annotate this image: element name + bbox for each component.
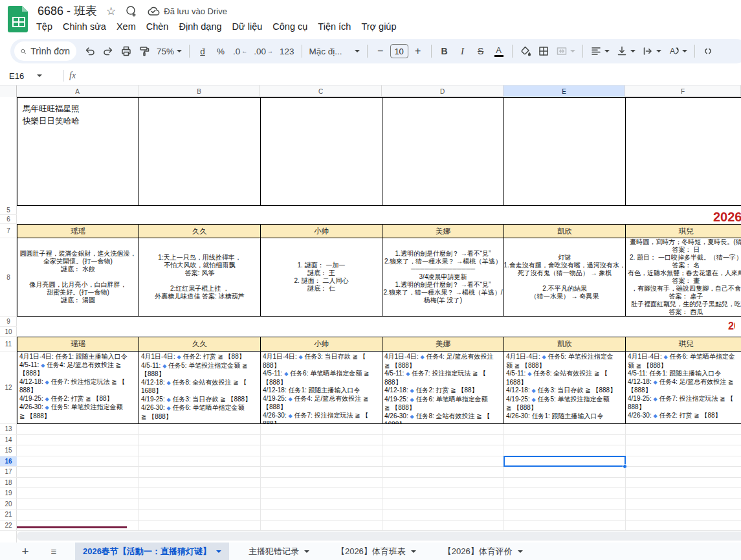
row-header-21[interactable]: 21 (0, 510, 17, 521)
menu-help[interactable]: Trợ giúp (356, 19, 401, 34)
riddle-header-yaoyao[interactable]: 瑶瑶 (17, 224, 139, 238)
task-header-qier[interactable]: 琪兒 (625, 337, 741, 352)
cell-banner-a[interactable]: 馬年旺旺福星照 快樂日日笑哈哈 (17, 97, 139, 206)
empty-row-17[interactable] (17, 467, 741, 478)
riddle-cell-kaixin[interactable]: 灯谜 1.會走沒有腿，會吃沒有嘴，過河沒有水， 死了沒有鬼（猜一物品） → 象棋… (503, 238, 626, 317)
row-header-14[interactable]: 14 (0, 435, 17, 446)
horizontal-scrollbar[interactable] (17, 532, 741, 541)
task-cell-jiujiu[interactable]: 4月1日-4日: ◆ 任务2: 打赏 ≧ 【88】 4/5-11: ◆ 任务5:… (138, 351, 261, 424)
row-header-8[interactable]: 8 (0, 238, 17, 317)
column-header-c[interactable]: C (260, 85, 382, 97)
riddle-cell-xiaoshuai[interactable]: 1. 謎面： 一加一 謎底： 王 2. 謎面： 二人同心 謎底： 仁 (260, 238, 382, 317)
task-cell-yaoyao[interactable]: 4月1日-4日: 任务1: 跟随主播输入口令 4/5-11: ◆ 任务4: 足/… (17, 351, 139, 424)
row-header-10[interactable]: 10 (0, 327, 17, 337)
print-button[interactable] (118, 42, 135, 60)
menu-edit[interactable]: Chỉnh sửa (58, 19, 111, 34)
text-wrap-button[interactable] (639, 42, 664, 60)
row-header-12[interactable]: 12 (0, 352, 17, 424)
name-box[interactable]: E16 (0, 71, 58, 81)
insert-link-button[interactable] (700, 42, 716, 60)
borders-button[interactable] (535, 42, 552, 60)
task-cell-xiaoshuai[interactable]: 4月1日-4日: ◆ 任务3: 当日存款 ≧ 【 888】 4/5-11: ◆ … (260, 351, 382, 424)
empty-row-18[interactable] (17, 478, 741, 489)
row-header-19[interactable]: 19 (0, 488, 17, 499)
task-header-jiujiu[interactable]: 久久 (138, 337, 261, 352)
menus-search[interactable]: Trình đơn (14, 41, 76, 61)
cell-banner-f[interactable] (625, 97, 741, 206)
increase-decimal-button[interactable]: .00→ (251, 42, 276, 60)
fill-color-button[interactable] (517, 42, 534, 60)
row-header-18[interactable]: 18 (0, 478, 17, 489)
empty-row-19[interactable] (17, 488, 741, 499)
document-title[interactable]: 6686 - 班表 (38, 3, 97, 19)
task-header-kaixin[interactable]: 凱欣 (503, 337, 626, 352)
riddle-header-xiaoshuai[interactable]: 小帅 (260, 224, 382, 238)
menu-file[interactable]: Tệp (31, 19, 58, 34)
task-cell-qier[interactable]: 4月1日-4日: ◆ 任务6: 单笔晒单指定金 额 ≧ 【888】 4/5-11… (625, 351, 741, 424)
format-currency-button[interactable]: đ (194, 42, 211, 60)
riddle-header-kaixin[interactable]: 凱欣 (503, 224, 626, 238)
menu-data[interactable]: Dữ liệu (227, 19, 268, 34)
redo-button[interactable] (100, 42, 116, 60)
riddle-header-jiujiu[interactable]: 久久 (138, 224, 261, 238)
row-header-16[interactable]: 16 (0, 456, 17, 467)
column-header-f[interactable]: F (625, 85, 741, 97)
cell-banner-d[interactable] (382, 97, 504, 206)
empty-row-16[interactable] (17, 456, 741, 467)
add-shortcut-icon[interactable] (125, 5, 138, 17)
menu-extensions[interactable]: Tiện ích (313, 19, 356, 34)
horizontal-align-button[interactable] (588, 42, 612, 60)
more-formats-button[interactable]: 123 (277, 42, 297, 60)
row-header-20[interactable]: 20 (0, 499, 17, 510)
row-header-5[interactable]: 5 (0, 206, 17, 215)
riddle-cell-jiujiu[interactable]: 1:天上一只鸟，用线拴得牢， 不怕大风吹，就怕细雨飘 答案: 风筝 2:红红果子… (138, 238, 261, 317)
column-header-a[interactable]: A (17, 85, 138, 97)
riddle-cell-meina[interactable]: 1.透明的劍是什麼劍？ →看不“見” 2.狼來了，猜一種水果？ →楊桃（羊逃） … (382, 238, 504, 317)
riddle-cell-qier[interactable]: 畫時圓，寫時方；冬時短，夏時長。(猜 答案： 日 2. 題目： 一口咬掉多半截。… (625, 238, 741, 317)
task-cell-kaixin[interactable]: 4月1日-4日: ◆ 任务5: 单笔投注指定金 额 ≧ 【888】 4/5-11… (503, 351, 626, 424)
italic-button[interactable]: I (454, 42, 471, 60)
row-header-7[interactable]: 7 (0, 224, 17, 238)
all-sheets-button[interactable]: ≡ (44, 546, 63, 557)
task-header-meina[interactable]: 美娜 (382, 337, 504, 352)
cell-banner-e[interactable] (503, 97, 626, 206)
sheets-logo-icon[interactable] (8, 5, 30, 33)
strikethrough-button[interactable]: S (472, 42, 489, 60)
bold-button[interactable]: B (436, 42, 453, 60)
column-header-d[interactable]: D (382, 85, 503, 97)
save-status[interactable]: Đã lưu vào Drive (147, 6, 227, 16)
task-header-xiaoshuai[interactable]: 小帅 (260, 337, 382, 352)
menu-format[interactable]: Định dạng (173, 19, 227, 34)
task-cell-meina[interactable]: 4月1日-4日: ◆ 任务4: 足/篮总有效投注 ≧ 【888】 4/5-11:… (382, 351, 504, 424)
vertical-align-button[interactable] (614, 42, 638, 60)
empty-row-13[interactable] (17, 424, 741, 435)
empty-row-14[interactable] (17, 435, 741, 446)
fill-handle[interactable] (623, 464, 627, 469)
sheet-tab-3[interactable]: 【2026】体育班表 (329, 543, 424, 560)
paint-format-button[interactable] (136, 42, 153, 60)
sheet-tab-4[interactable]: 【2026】体育评价 (436, 543, 531, 560)
selected-cell-e16[interactable] (503, 456, 626, 467)
font-select[interactable]: Mặc đị... (307, 42, 362, 60)
row-header-17[interactable]: 17 (0, 467, 17, 478)
task-header-yaoyao[interactable]: 瑶瑶 (17, 337, 139, 352)
row-header-6[interactable]: 6 (0, 215, 17, 224)
row-header-9[interactable]: 9 (0, 317, 17, 327)
format-percent-button[interactable]: % (212, 42, 229, 60)
decrease-decimal-button[interactable]: .0← (230, 42, 250, 60)
decrease-font-size-button[interactable]: − (372, 42, 389, 60)
sheet-tab-active[interactable]: 2026春节【活動一：直播猜灯谜】 (75, 543, 229, 560)
star-icon[interactable]: ☆ (106, 6, 116, 17)
cell-banner-c[interactable] (260, 97, 382, 206)
row-header-11[interactable]: 11 (0, 337, 17, 352)
text-color-button[interactable]: A (491, 42, 507, 60)
text-rotation-button[interactable]: A (665, 42, 690, 60)
add-sheet-button[interactable]: + (16, 544, 35, 559)
riddle-header-qier[interactable]: 琪兒 (625, 224, 741, 238)
cell-banner-b[interactable] (138, 97, 261, 206)
zoom-select[interactable]: 75% (154, 42, 184, 60)
riddle-header-meina[interactable]: 美娜 (382, 224, 504, 238)
row-header-22[interactable]: 22 (0, 521, 17, 532)
empty-row-15[interactable] (17, 445, 741, 456)
menu-view[interactable]: Xem (111, 19, 141, 34)
